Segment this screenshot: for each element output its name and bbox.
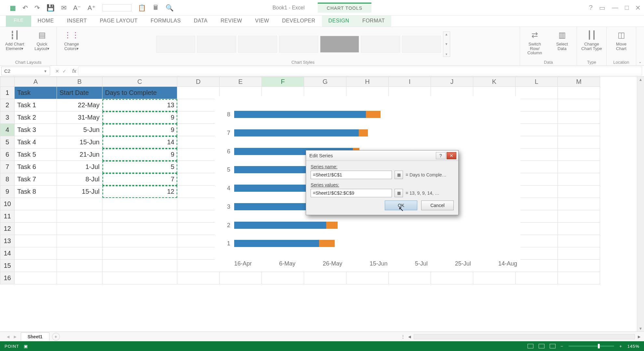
cell[interactable]: [558, 149, 600, 161]
chart-style-5[interactable]: [320, 36, 359, 53]
cancel-button[interactable]: Cancel: [421, 201, 454, 210]
table-cell[interactable]: [15, 247, 57, 260]
table-cell[interactable]: 5-Jun: [57, 124, 102, 136]
dialog-help-button[interactable]: ?: [436, 152, 446, 159]
tab-formulas[interactable]: FORMULAS: [144, 16, 187, 27]
cell[interactable]: [558, 111, 600, 124]
cell[interactable]: [558, 198, 600, 210]
cell[interactable]: [516, 136, 558, 149]
page-break-view-icon[interactable]: [550, 344, 556, 348]
worksheet-grid[interactable]: ABCDEFGHIJKLM 1TaskStart DateDays to Com…: [0, 77, 644, 332]
cell[interactable]: [558, 272, 600, 284]
table-cell[interactable]: [102, 260, 177, 272]
range-selector-icon[interactable]: ▦: [395, 189, 403, 197]
row-header[interactable]: 3: [0, 111, 15, 124]
cell[interactable]: [177, 149, 220, 161]
cell[interactable]: [431, 272, 473, 284]
range-selector-icon[interactable]: ▦: [395, 171, 403, 179]
dialog-close-button[interactable]: ✕: [447, 152, 456, 159]
table-cell[interactable]: [57, 223, 102, 235]
table-header-cell[interactable]: Task: [15, 87, 57, 99]
row-header[interactable]: 4: [0, 124, 15, 136]
change-colors-button[interactable]: ⋮⋮Change Colors▾: [60, 29, 83, 51]
fx-icon[interactable]: fx: [70, 66, 78, 76]
row-header[interactable]: 13: [0, 235, 15, 247]
tab-insert[interactable]: INSERT: [60, 16, 93, 27]
bar-start-date[interactable]: [234, 222, 326, 229]
column-header-E[interactable]: E: [220, 77, 262, 87]
ok-button[interactable]: OK: [385, 201, 417, 210]
table-cell[interactable]: 15-Jul: [57, 186, 102, 198]
cell[interactable]: [558, 161, 600, 173]
cell[interactable]: [473, 272, 516, 284]
collapse-ribbon-icon[interactable]: ⌄: [636, 27, 644, 65]
table-cell[interactable]: [57, 198, 102, 210]
row-header[interactable]: 8: [0, 173, 15, 186]
tab-page-layout[interactable]: PAGE LAYOUT: [93, 16, 144, 27]
cell[interactable]: [558, 124, 600, 136]
table-cell[interactable]: Task 4: [15, 136, 57, 149]
row-header[interactable]: 11: [0, 210, 15, 223]
cell[interactable]: [516, 111, 558, 124]
maximize-icon[interactable]: □: [625, 4, 629, 12]
cell[interactable]: [516, 99, 558, 111]
table-cell[interactable]: 7: [102, 173, 177, 186]
cell[interactable]: [558, 260, 600, 272]
tab-data[interactable]: DATA: [187, 16, 214, 27]
cell[interactable]: [558, 223, 600, 235]
zoom-icon[interactable]: 🔍: [166, 4, 174, 12]
chart-style-2[interactable]: [197, 36, 236, 53]
column-header-C[interactable]: C: [102, 77, 177, 87]
chevron-down-icon[interactable]: ▼: [44, 69, 47, 73]
row-header[interactable]: 10: [0, 198, 15, 210]
new-sheet-button[interactable]: +: [52, 333, 60, 341]
cell[interactable]: [558, 136, 600, 149]
zoom-slider[interactable]: [569, 345, 614, 347]
cell[interactable]: [516, 149, 558, 161]
table-cell[interactable]: 21-Jun: [57, 149, 102, 161]
row-header[interactable]: 5: [0, 136, 15, 149]
clipboard-icon[interactable]: 📋: [138, 4, 146, 12]
cancel-formula-icon[interactable]: ✕: [55, 69, 59, 74]
table-cell[interactable]: [15, 235, 57, 247]
cell[interactable]: [516, 235, 558, 247]
enter-formula-icon[interactable]: ✓: [62, 69, 66, 74]
cell[interactable]: [516, 161, 558, 173]
row-header[interactable]: 16: [0, 272, 15, 284]
minimize-icon[interactable]: —: [612, 4, 618, 12]
cell[interactable]: [516, 87, 558, 99]
hscroll-left-icon[interactable]: ◄: [407, 334, 412, 339]
table-cell[interactable]: Task 6: [15, 161, 57, 173]
horizontal-scrollbar[interactable]: [414, 334, 635, 339]
row-header[interactable]: 6: [0, 149, 15, 161]
table-cell[interactable]: [102, 210, 177, 223]
cell[interactable]: [177, 173, 220, 186]
cell[interactable]: [177, 161, 220, 173]
select-all-cell[interactable]: [0, 77, 15, 87]
normal-view-icon[interactable]: [528, 344, 533, 348]
column-header-D[interactable]: D: [177, 77, 220, 87]
cell[interactable]: [558, 87, 600, 99]
table-cell[interactable]: 9: [102, 149, 177, 161]
chart-style-1[interactable]: [156, 36, 195, 53]
calc-icon[interactable]: 🖩: [153, 4, 159, 11]
column-header-F[interactable]: F: [262, 77, 304, 87]
table-cell[interactable]: 14: [102, 136, 177, 149]
cell[interactable]: [177, 186, 220, 198]
cell[interactable]: [177, 124, 220, 136]
formula-input[interactable]: [78, 67, 642, 75]
name-box[interactable]: C2▼: [1, 67, 50, 75]
cell[interactable]: [516, 173, 558, 186]
row-header[interactable]: 1: [0, 87, 15, 99]
macro-record-icon[interactable]: ▣: [24, 344, 28, 349]
column-header-H[interactable]: H: [346, 77, 389, 87]
cell[interactable]: [516, 223, 558, 235]
table-cell[interactable]: [15, 210, 57, 223]
row-header[interactable]: 2: [0, 99, 15, 111]
cell[interactable]: [177, 260, 220, 272]
series-name-input[interactable]: [311, 171, 392, 179]
cell[interactable]: [177, 198, 220, 210]
table-cell[interactable]: Task 7: [15, 173, 57, 186]
column-header-I[interactable]: I: [389, 77, 431, 87]
tab-home[interactable]: HOME: [31, 16, 60, 27]
